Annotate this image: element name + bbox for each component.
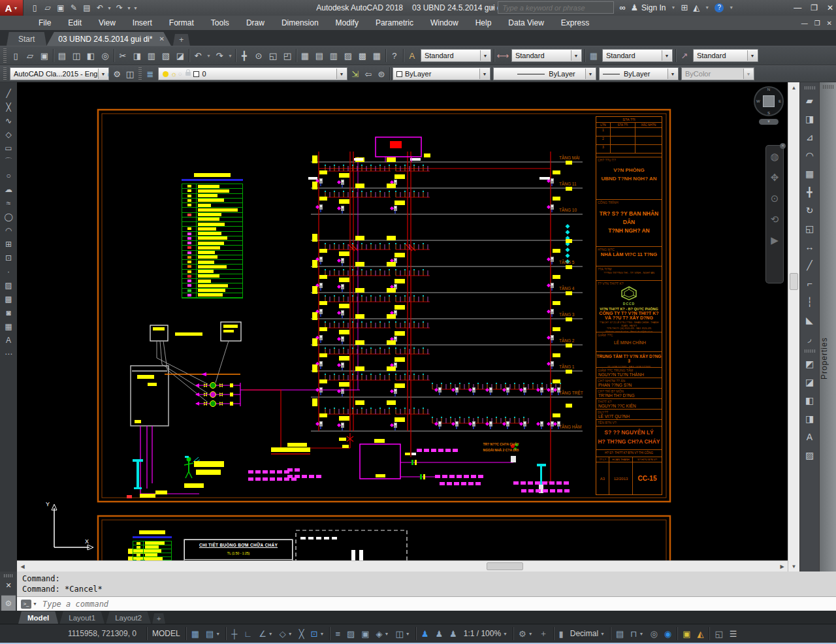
minimize-button[interactable]: — <box>794 3 801 12</box>
layer-on-icon[interactable] <box>163 71 169 77</box>
menu-express[interactable]: Express <box>553 18 598 27</box>
units-value[interactable]: Decimal▼ <box>567 626 608 641</box>
make-layer-current-icon[interactable]: ⇲ <box>349 67 362 80</box>
layer-thaw-icon[interactable]: ☼ <box>170 70 177 78</box>
rotate-icon[interactable]: ↻ <box>802 201 818 219</box>
make-block-icon[interactable]: ⊡ <box>2 251 15 265</box>
units-ruler-icon[interactable]: ▮ <box>556 626 567 641</box>
layer-states-icon[interactable]: ⊜ <box>375 67 388 80</box>
publish-icon[interactable]: ◧ <box>84 48 98 63</box>
doc-restore-button[interactable]: ❐ <box>814 20 820 27</box>
hatch-icon[interactable]: ▨ <box>2 278 15 292</box>
trim-icon[interactable]: ╱ <box>802 256 818 274</box>
open-icon[interactable]: ▱ <box>23 48 37 63</box>
model-space-button[interactable]: MODEL <box>149 626 184 641</box>
scroll-up-icon[interactable]: ▲ <box>789 83 799 92</box>
isometric-drafting-icon[interactable]: ◇▼ <box>276 626 296 641</box>
navigation-bar[interactable]: ✕ ◍✥⊙⟲▶ <box>765 145 784 283</box>
object-snap-icon[interactable]: ⊡▼ <box>308 626 328 641</box>
menu-parametric[interactable]: Parametric <box>367 18 422 27</box>
transparency-icon[interactable]: ▨ <box>344 626 358 641</box>
chevron-down-icon[interactable]: ▼ <box>503 632 507 636</box>
quick-properties-icon[interactable]: ▤ <box>613 626 627 641</box>
store-cart-icon[interactable]: ⊞ <box>681 3 688 12</box>
extend-icon[interactable]: ⌐ <box>802 274 818 293</box>
break-icon[interactable]: ┆ <box>802 293 818 311</box>
toolbar-grip[interactable] <box>138 67 142 80</box>
line-icon[interactable]: ╱ <box>2 86 15 100</box>
pan-icon[interactable]: ✥ <box>771 172 779 184</box>
redo-icon[interactable]: ↷ <box>114 2 125 14</box>
saveas-icon[interactable]: ✎ <box>68 2 80 14</box>
send-below-icon[interactable]: ◨ <box>802 410 818 428</box>
table-icon[interactable]: ▦ <box>2 319 15 333</box>
rectangle-icon[interactable]: ▭ <box>2 141 15 155</box>
toolbar-grip[interactable] <box>3 67 7 80</box>
chevron-down-icon[interactable]: ▼ <box>479 69 489 79</box>
help-icon[interactable]: ? <box>387 48 402 63</box>
layer-combo[interactable]: ☼ ◌ 0 ▼ <box>158 67 347 80</box>
mleader-style-combo[interactable]: Standard▼ <box>693 49 758 62</box>
application-menu-button[interactable]: A▼ <box>0 0 24 16</box>
chevron-down-icon[interactable]: ▼ <box>662 50 671 61</box>
lock-ui-icon[interactable]: ⊓▼ <box>627 626 647 641</box>
new-tab-button[interactable]: + <box>173 34 190 46</box>
vertical-scroll-thumb[interactable] <box>790 273 798 290</box>
object-snap-tracking-icon[interactable]: ╳ <box>296 626 308 641</box>
region-icon[interactable]: ◙ <box>2 306 15 319</box>
undo-icon[interactable]: ↶ <box>191 48 205 63</box>
move-icon[interactable]: ╋ <box>802 183 818 201</box>
help-icon[interactable]: ? <box>715 3 724 12</box>
new-icon[interactable]: ▯ <box>29 2 40 14</box>
point-icon[interactable]: · <box>2 265 15 278</box>
chevron-down-icon[interactable]: ▼ <box>107 6 112 10</box>
menu-insert[interactable]: Insert <box>124 18 161 27</box>
designcenter-icon[interactable]: ▤ <box>312 48 327 63</box>
copy-icon[interactable]: ◨ <box>130 48 144 63</box>
a360-icon[interactable]: ◭ <box>693 3 699 12</box>
close-icon[interactable]: ✕ <box>780 143 786 149</box>
chevron-down-icon[interactable]: ▼ <box>98 69 108 79</box>
close-icon[interactable]: ✕ <box>5 581 11 590</box>
menu-tools[interactable]: Tools <box>202 18 238 27</box>
save-icon[interactable]: ▣ <box>55 2 67 14</box>
menu-edit[interactable]: Edit <box>59 18 90 27</box>
pan-icon[interactable]: ╋ <box>237 48 251 63</box>
doc-minimize-button[interactable]: — <box>801 20 808 27</box>
spline-icon[interactable]: ≈ <box>2 196 15 210</box>
polygon-icon[interactable]: ◇ <box>2 127 15 141</box>
workspace-settings-icon[interactable]: ⚙ <box>110 67 123 80</box>
cut-icon[interactable]: ✂ <box>116 48 130 63</box>
ellipse-arc-icon[interactable]: ◠ <box>2 223 15 237</box>
menu-data-view[interactable]: Data View <box>500 18 552 27</box>
chevron-down-icon[interactable]: ▼ <box>406 632 410 636</box>
scroll-right-icon[interactable]: ▶ <box>777 562 787 571</box>
desktop-analytics-icon[interactable]: ▣ <box>679 626 694 641</box>
viewcube-face[interactable] <box>763 95 775 107</box>
chevron-down-icon[interactable]: ▼ <box>639 632 644 636</box>
toolbar-grip[interactable] <box>805 349 815 353</box>
chevron-down-icon[interactable]: ▼ <box>585 69 595 79</box>
snap-icon[interactable]: ▤▼ <box>202 626 223 641</box>
chevron-down-icon[interactable]: ▼ <box>667 69 677 79</box>
annotation-monitor-icon[interactable]: ＋ <box>536 626 551 641</box>
block-editor-icon[interactable]: ◪ <box>173 48 187 63</box>
color-combo[interactable]: ByLayer▼ <box>393 67 490 80</box>
undo-icon[interactable]: ↶ <box>94 2 106 14</box>
match-properties-icon[interactable]: ▰ <box>802 91 818 110</box>
properties-palette-strip[interactable]: Properties <box>819 82 836 572</box>
chevron-down-icon[interactable]: ▼ <box>729 5 733 10</box>
more-icon[interactable]: ⋯ <box>2 347 15 361</box>
text-style-icon[interactable]: A <box>405 48 419 63</box>
lineweight-combo[interactable]: ByLayer▼ <box>599 67 679 80</box>
graphics-performance-icon[interactable]: ◉ <box>661 626 675 641</box>
zoom-window-icon[interactable]: ◱ <box>266 48 280 63</box>
workspace-save-icon[interactable]: ◫ <box>123 67 137 80</box>
close-button[interactable]: ✕ <box>827 3 833 12</box>
isolate-objects-icon[interactable]: ◎ <box>647 626 660 641</box>
3d-object-snap-icon[interactable]: ◈▼ <box>373 626 393 641</box>
command-input[interactable] <box>42 600 304 609</box>
text-to-front-icon[interactable]: A <box>802 428 818 446</box>
palette-grip[interactable] <box>823 85 833 89</box>
chamfer-icon[interactable]: ◣ <box>802 311 818 329</box>
